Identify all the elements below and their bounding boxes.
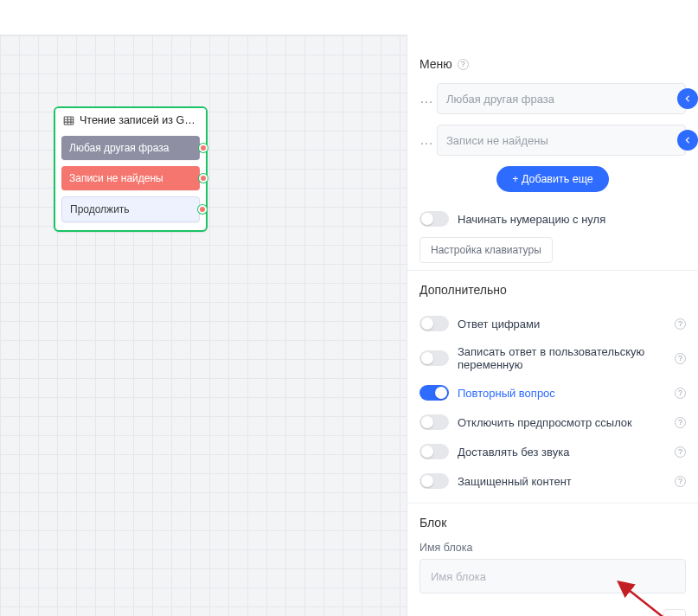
help-icon[interactable]: ? <box>675 446 686 458</box>
block-name-label: Имя блока <box>419 542 686 554</box>
help-icon[interactable]: ? <box>675 353 686 364</box>
adv-row-4: Доставлять без звука? <box>419 437 686 466</box>
help-icon[interactable]: ? <box>675 318 686 330</box>
section-block: Блок Имя блока ID 1127546 <box>407 503 698 616</box>
drag-handle-icon[interactable]: … <box>419 133 430 147</box>
adv-label-2: Повторный вопрос <box>458 387 666 400</box>
section-menu: Меню ? …… + Добавить еще Начинать нумера… <box>407 36 698 270</box>
section-block-title: Блок <box>419 516 446 529</box>
help-icon[interactable]: ? <box>675 476 686 487</box>
copy-id-button[interactable] <box>663 609 686 616</box>
node-title: Чтение записей из Goo... <box>80 114 198 126</box>
adv-label-3: Отключить предпросмотр ссылок <box>458 416 666 429</box>
workflow-node[interactable]: Чтение записей из Goo... Любая другая фр… <box>54 106 208 232</box>
adv-label-0: Ответ цифрами <box>458 318 666 330</box>
adv-row-2: Повторный вопрос? <box>419 378 686 407</box>
node-output-0[interactable]: Любая другая фраза <box>61 136 200 160</box>
node-output-port-1[interactable] <box>199 174 208 183</box>
adv-label-1: Записать ответ в пользовательскую переме… <box>458 345 666 371</box>
help-icon[interactable]: ? <box>675 417 686 428</box>
block-name-input[interactable] <box>419 559 686 594</box>
drag-handle-icon[interactable]: … <box>419 92 430 106</box>
adv-row-0: Ответ цифрами? <box>419 309 686 338</box>
adv-toggle-3[interactable] <box>419 414 449 430</box>
help-icon[interactable]: ? <box>675 388 686 399</box>
section-menu-title: Меню <box>419 57 452 71</box>
keyboard-settings-button[interactable]: Настройка клавиатуры <box>419 237 553 263</box>
help-icon[interactable]: ? <box>458 59 469 70</box>
adv-toggle-0[interactable] <box>419 316 449 331</box>
node-output-2[interactable]: Продолжить <box>61 196 200 222</box>
add-menu-item-button[interactable]: + Добавить еще <box>496 166 609 192</box>
adv-row-1: Записать ответ в пользовательскую переме… <box>419 338 686 378</box>
adv-toggle-5[interactable] <box>419 473 449 489</box>
node-output-port-2[interactable] <box>198 205 207 214</box>
menu-row-collapse-button[interactable] <box>677 88 698 109</box>
menu-row-1: … <box>419 125 686 156</box>
section-advanced-title: Дополнительно <box>419 283 507 297</box>
node-header[interactable]: Чтение записей из Goo... <box>55 108 206 132</box>
settings-panel: Закрыть Меню ? …… + Добавить еще Начинат… <box>407 0 698 616</box>
adv-row-3: Отключить предпросмотр ссылок? <box>419 407 686 437</box>
adv-toggle-2[interactable] <box>419 385 449 401</box>
menu-row-0: … <box>419 83 686 114</box>
adv-toggle-4[interactable] <box>419 444 449 459</box>
workflow-canvas[interactable]: Чтение записей из Goo... Любая другая фр… <box>0 35 407 616</box>
adv-label-4: Доставлять без звука <box>458 446 666 459</box>
svg-rect-0 <box>64 117 74 125</box>
table-icon <box>63 115 74 126</box>
adv-row-5: Защищенный контент? <box>419 466 686 496</box>
toggle-start-zero-label: Начинать нумерацию с нуля <box>458 213 686 226</box>
section-advanced: Дополнительно Ответ цифрами?Записать отв… <box>407 270 698 503</box>
adv-toggle-1[interactable] <box>419 350 449 366</box>
adv-label-5: Защищенный контент <box>458 475 666 488</box>
toggle-start-zero[interactable] <box>419 211 449 227</box>
node-output-1[interactable]: Записи не найдены <box>61 166 200 190</box>
node-output-port-0[interactable] <box>199 144 208 152</box>
menu-input-1[interactable] <box>437 125 686 156</box>
menu-input-0[interactable] <box>437 83 686 114</box>
menu-row-collapse-button[interactable] <box>677 130 698 151</box>
